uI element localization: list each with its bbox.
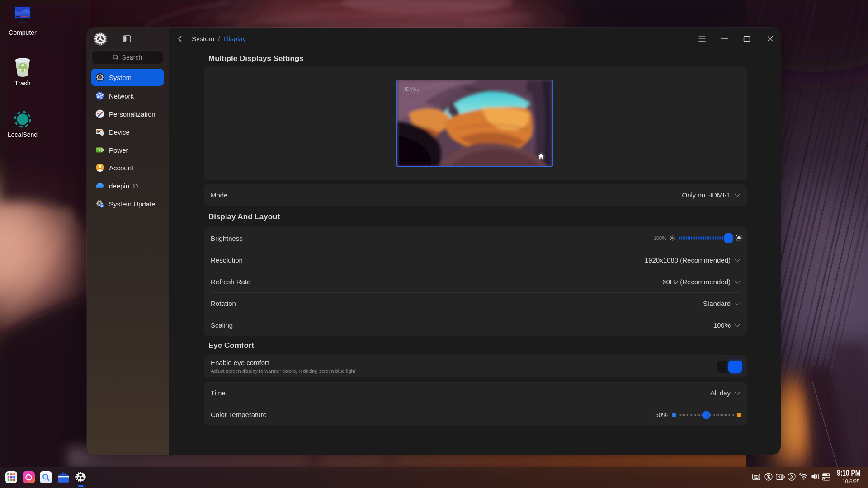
svg-text:HDMI-1: HDMI-1	[402, 86, 419, 92]
svg-text:6: 6	[799, 473, 801, 476]
